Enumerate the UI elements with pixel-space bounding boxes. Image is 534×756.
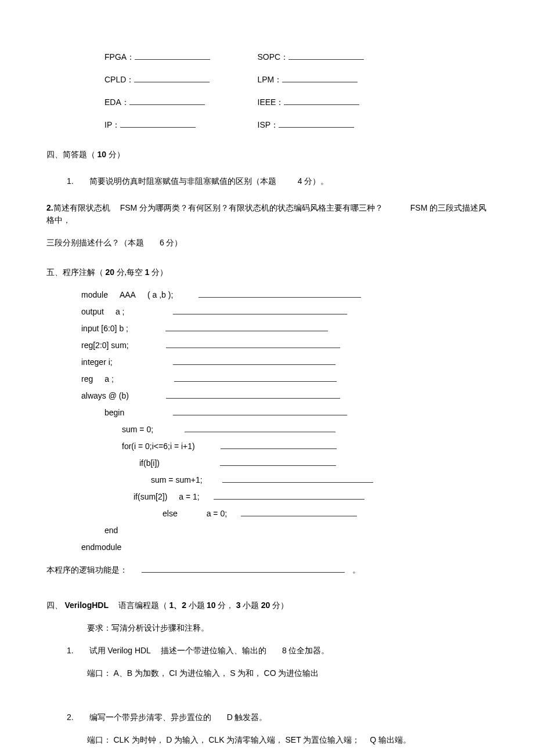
text: 分为哪两类？有何区别？有限状态机的状态编码风格主要有哪三种？ [137, 204, 383, 212]
text: 为置位输入端； [303, 736, 360, 744]
section4-q2-line2: 三段分别描述什么？（本题 6 分） [46, 237, 488, 249]
text: CI [169, 668, 177, 678]
section4-q2-line1: 2.简述有限状态机 FSM 分为哪两类？有何区别？有限状态机的状态编码风格主要有… [46, 202, 488, 226]
text: 小题 [243, 601, 259, 610]
text: 分， [218, 601, 234, 610]
blank[interactable] [241, 508, 357, 516]
blank[interactable] [173, 407, 347, 415]
blank[interactable] [165, 323, 328, 331]
text: D [166, 735, 172, 744]
blank[interactable] [166, 390, 340, 399]
section4b-q1-line2: 端口： A、B 为加数， CI 为进位输入， S 为和， CO 为进位输出 [46, 667, 488, 679]
abbr-fpga: FPGA： [104, 51, 255, 63]
text: SET [285, 735, 301, 744]
abbr-row-0: FPGA： SOPC： [46, 51, 488, 63]
blank[interactable] [282, 74, 358, 82]
blank[interactable] [142, 564, 345, 573]
blank[interactable] [129, 96, 205, 105]
text: 为清零输入端， [226, 736, 283, 744]
abbr-ip: IP： [104, 119, 255, 131]
code-line: input [6:0] b ; [81, 323, 488, 335]
points-value: 4 [298, 176, 302, 186]
text: 分,每空 [117, 268, 143, 277]
abbr-sopc: SOPC： [258, 51, 365, 63]
code-line: reg[2:0] sum; [81, 339, 488, 352]
section4b-q2-line2: 端口： CLK 为时钟， D 为输入， CLK 为清零输入端， SET 为置位输… [46, 734, 488, 746]
blank[interactable] [173, 356, 335, 365]
text: 小题 [189, 601, 205, 610]
text: 试用 [89, 646, 106, 655]
text: 3 [236, 601, 243, 610]
code-line: rega ; [81, 373, 488, 385]
blank[interactable] [279, 119, 354, 128]
blank[interactable] [135, 51, 210, 60]
code-line: sum = sum+1; [81, 474, 488, 486]
text: 四、简答题（ [46, 150, 95, 159]
blank[interactable] [222, 474, 373, 483]
abbr-lpm: LPM： [258, 74, 358, 86]
blank[interactable] [173, 306, 347, 314]
abbr-row-2: EDA： IEEE： [46, 96, 488, 108]
text: A、B [114, 668, 133, 678]
section4b-q1-line1: 1. 试用 Verilog HDL 描述一个带进位输入、输出的 8 位全加器。 [46, 645, 488, 657]
blank[interactable] [288, 51, 364, 60]
code-line: if(sum[2])a = 1; [81, 491, 488, 503]
text: 简要说明仿真时阻塞赋值与非阻塞赋值的区别（本题 [89, 177, 276, 186]
text: CO [264, 668, 276, 678]
blank[interactable] [120, 119, 196, 128]
section4b-q2-line1: 2. 编写一个带异步清零、异步置位的 D 触发器。 [46, 711, 488, 724]
points-value: 10 [207, 601, 216, 610]
text: 为时钟， [132, 736, 164, 744]
blank[interactable] [166, 339, 340, 348]
blank[interactable] [185, 424, 335, 432]
program-function-prompt: 本程序的逻辑功能是： 。 [46, 564, 488, 576]
text: CLK [208, 735, 224, 744]
code-line: sum = 0; [81, 424, 488, 436]
text: 8 [282, 646, 287, 655]
abbr-isp: ISP： [258, 119, 355, 131]
text: 分）。 [304, 177, 329, 186]
code-line: moduleAAA( a ,b ); [81, 289, 488, 301]
text: 四、 [46, 601, 63, 610]
code-line: elsea = 0; [81, 508, 488, 520]
code-block: moduleAAA( a ,b ); outputa ; input [6:0]… [46, 289, 488, 554]
code-line: integer i; [81, 356, 488, 368]
text: VerilogHDL [65, 601, 109, 610]
text: 1、2 [169, 601, 186, 610]
abbr-eda: EDA： [104, 96, 255, 108]
text: CLK [114, 735, 132, 744]
abbr-ieee: IEEE： [258, 96, 360, 108]
text: 本程序的逻辑功能是： [46, 566, 128, 574]
item-number: 1. [67, 646, 74, 655]
text: 触发器。 [234, 713, 267, 722]
text: 要求：写清分析设计步骤和注释。 [87, 624, 209, 632]
blank[interactable] [199, 289, 361, 298]
section-5-heading: 五、程序注解（ 20 分,每空 1 分） [46, 266, 488, 278]
text: 为输入， [174, 736, 207, 744]
blank[interactable] [221, 440, 337, 449]
item-number: 2. [46, 203, 53, 212]
text: 三段分别描述什么？（本题 [46, 238, 144, 247]
text: 为进位输入， [179, 669, 228, 678]
abbr-cpld: CPLD： [104, 74, 255, 86]
blank[interactable] [214, 491, 365, 500]
text: 位全加器。 [288, 646, 329, 655]
text: 简述有限状态机 [53, 204, 110, 212]
blank[interactable] [284, 96, 359, 105]
code-line: endmodule [81, 541, 488, 554]
text: 分） [109, 150, 125, 159]
code-line: begin [81, 407, 488, 419]
text: Q [370, 735, 376, 744]
code-line: end [81, 525, 488, 537]
abbr-row-3: IP： ISP： [46, 119, 488, 131]
code-line: if(b[i]) [81, 457, 488, 469]
section4b-requirement: 要求：写清分析设计步骤和注释。 [46, 622, 488, 634]
text: 为进位输出 [278, 669, 319, 678]
item-number: 2. [67, 712, 74, 722]
text: 分） [272, 601, 288, 610]
blank[interactable] [174, 373, 337, 382]
blank[interactable] [220, 457, 336, 466]
text: Verilog HDL [107, 646, 151, 655]
blank[interactable] [134, 74, 210, 82]
points-value: 6 [160, 238, 164, 247]
